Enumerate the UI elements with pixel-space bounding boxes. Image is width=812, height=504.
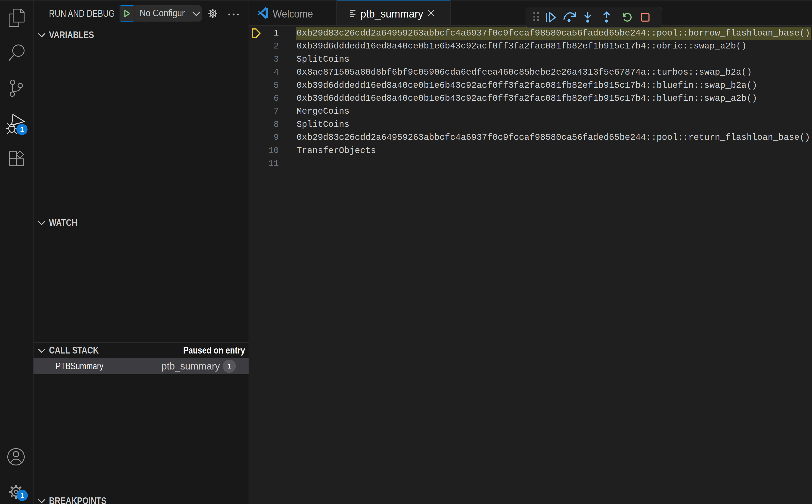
svg-text:1: 1 [20,492,24,499]
svg-text:1: 1 [20,126,24,133]
